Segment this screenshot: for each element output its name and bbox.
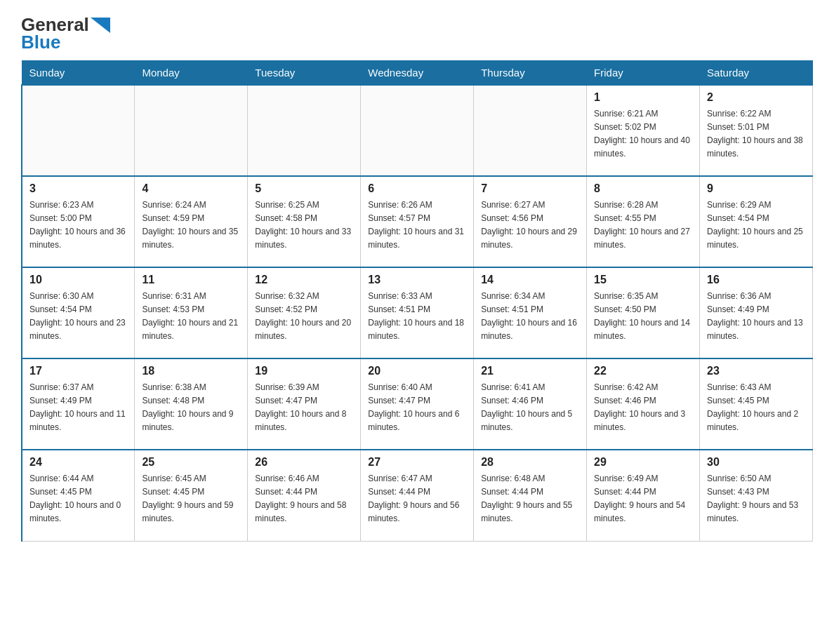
day-info: Sunrise: 6:21 AM Sunset: 5:02 PM Dayligh… xyxy=(594,109,690,159)
logo-triangle-icon xyxy=(91,18,110,33)
day-cell: 16Sunrise: 6:36 AM Sunset: 4:49 PM Dayli… xyxy=(700,267,813,358)
day-info: Sunrise: 6:48 AM Sunset: 4:44 PM Dayligh… xyxy=(481,474,572,523)
day-info: Sunrise: 6:32 AM Sunset: 4:52 PM Dayligh… xyxy=(255,291,351,341)
calendar-table: SundayMondayTuesdayWednesdayThursdayFrid… xyxy=(21,60,813,542)
day-number: 25 xyxy=(142,456,240,469)
day-cell: 18Sunrise: 6:38 AM Sunset: 4:48 PM Dayli… xyxy=(135,358,248,450)
day-number: 2 xyxy=(707,91,805,104)
day-cell xyxy=(248,85,361,176)
day-info: Sunrise: 6:33 AM Sunset: 4:51 PM Dayligh… xyxy=(368,291,464,341)
day-cell: 26Sunrise: 6:46 AM Sunset: 4:44 PM Dayli… xyxy=(248,450,361,541)
day-info: Sunrise: 6:23 AM Sunset: 5:00 PM Dayligh… xyxy=(29,200,126,250)
day-cell: 11Sunrise: 6:31 AM Sunset: 4:53 PM Dayli… xyxy=(135,267,248,358)
day-info: Sunrise: 6:26 AM Sunset: 4:57 PM Dayligh… xyxy=(368,200,464,250)
day-info: Sunrise: 6:31 AM Sunset: 4:53 PM Dayligh… xyxy=(142,291,238,341)
day-cell xyxy=(361,85,474,176)
week-row-2: 3Sunrise: 6:23 AM Sunset: 5:00 PM Daylig… xyxy=(22,176,813,267)
day-number: 18 xyxy=(142,365,240,377)
day-info: Sunrise: 6:50 AM Sunset: 4:43 PM Dayligh… xyxy=(707,474,798,523)
day-number: 24 xyxy=(29,456,127,469)
day-number: 3 xyxy=(29,182,127,195)
svg-marker-0 xyxy=(91,18,110,33)
day-info: Sunrise: 6:27 AM Sunset: 4:56 PM Dayligh… xyxy=(481,200,577,250)
day-cell: 28Sunrise: 6:48 AM Sunset: 4:44 PM Dayli… xyxy=(474,450,587,541)
day-info: Sunrise: 6:30 AM Sunset: 4:54 PM Dayligh… xyxy=(29,291,126,341)
day-cell: 6Sunrise: 6:26 AM Sunset: 4:57 PM Daylig… xyxy=(361,176,474,267)
day-info: Sunrise: 6:35 AM Sunset: 4:50 PM Dayligh… xyxy=(594,291,690,341)
day-cell: 7Sunrise: 6:27 AM Sunset: 4:56 PM Daylig… xyxy=(474,176,587,267)
day-number: 23 xyxy=(707,365,805,377)
day-number: 22 xyxy=(594,365,692,377)
day-number: 30 xyxy=(707,456,805,469)
day-number: 15 xyxy=(594,274,692,286)
day-cell: 3Sunrise: 6:23 AM Sunset: 5:00 PM Daylig… xyxy=(22,176,135,267)
day-number: 26 xyxy=(255,456,353,469)
day-number: 21 xyxy=(481,365,579,377)
day-cell xyxy=(135,85,248,176)
day-cell: 4Sunrise: 6:24 AM Sunset: 4:59 PM Daylig… xyxy=(135,176,248,267)
header-tuesday: Tuesday xyxy=(248,61,361,86)
day-info: Sunrise: 6:47 AM Sunset: 4:44 PM Dayligh… xyxy=(368,474,459,523)
day-number: 8 xyxy=(594,182,692,195)
day-info: Sunrise: 6:49 AM Sunset: 4:44 PM Dayligh… xyxy=(594,474,685,523)
day-number: 11 xyxy=(142,274,240,286)
week-row-4: 17Sunrise: 6:37 AM Sunset: 4:49 PM Dayli… xyxy=(22,358,813,450)
logo-text: General Blue xyxy=(21,14,110,53)
day-info: Sunrise: 6:44 AM Sunset: 4:45 PM Dayligh… xyxy=(29,474,121,523)
day-info: Sunrise: 6:29 AM Sunset: 4:54 PM Dayligh… xyxy=(707,200,803,250)
day-number: 17 xyxy=(29,365,127,377)
day-cell: 30Sunrise: 6:50 AM Sunset: 4:43 PM Dayli… xyxy=(700,450,813,541)
day-info: Sunrise: 6:25 AM Sunset: 4:58 PM Dayligh… xyxy=(255,200,351,250)
day-info: Sunrise: 6:41 AM Sunset: 4:46 PM Dayligh… xyxy=(481,382,572,432)
day-info: Sunrise: 6:42 AM Sunset: 4:46 PM Dayligh… xyxy=(594,382,685,432)
day-info: Sunrise: 6:46 AM Sunset: 4:44 PM Dayligh… xyxy=(255,474,346,523)
day-info: Sunrise: 6:45 AM Sunset: 4:45 PM Dayligh… xyxy=(142,474,233,523)
logo-blue: Blue xyxy=(21,32,60,53)
day-info: Sunrise: 6:39 AM Sunset: 4:47 PM Dayligh… xyxy=(255,382,346,432)
day-number: 4 xyxy=(142,182,240,195)
day-info: Sunrise: 6:43 AM Sunset: 4:45 PM Dayligh… xyxy=(707,382,798,432)
day-number: 9 xyxy=(707,182,805,195)
day-cell: 10Sunrise: 6:30 AM Sunset: 4:54 PM Dayli… xyxy=(22,267,135,358)
day-cell: 29Sunrise: 6:49 AM Sunset: 4:44 PM Dayli… xyxy=(587,450,700,541)
day-info: Sunrise: 6:28 AM Sunset: 4:55 PM Dayligh… xyxy=(594,200,690,250)
day-info: Sunrise: 6:36 AM Sunset: 4:49 PM Dayligh… xyxy=(707,291,803,341)
day-cell: 13Sunrise: 6:33 AM Sunset: 4:51 PM Dayli… xyxy=(361,267,474,358)
day-number: 12 xyxy=(255,274,353,286)
day-cell: 27Sunrise: 6:47 AM Sunset: 4:44 PM Dayli… xyxy=(361,450,474,541)
day-cell: 12Sunrise: 6:32 AM Sunset: 4:52 PM Dayli… xyxy=(248,267,361,358)
header-monday: Monday xyxy=(135,61,248,86)
calendar-header-row: SundayMondayTuesdayWednesdayThursdayFrid… xyxy=(22,61,813,86)
day-cell: 9Sunrise: 6:29 AM Sunset: 4:54 PM Daylig… xyxy=(700,176,813,267)
day-cell: 5Sunrise: 6:25 AM Sunset: 4:58 PM Daylig… xyxy=(248,176,361,267)
logo: General Blue xyxy=(21,14,110,53)
header-saturday: Saturday xyxy=(700,61,813,86)
day-cell: 8Sunrise: 6:28 AM Sunset: 4:55 PM Daylig… xyxy=(587,176,700,267)
header-thursday: Thursday xyxy=(474,61,587,86)
day-number: 14 xyxy=(481,274,579,286)
day-cell: 25Sunrise: 6:45 AM Sunset: 4:45 PM Dayli… xyxy=(135,450,248,541)
day-number: 20 xyxy=(368,365,466,377)
header-wednesday: Wednesday xyxy=(361,61,474,86)
day-number: 6 xyxy=(368,182,466,195)
day-cell: 19Sunrise: 6:39 AM Sunset: 4:47 PM Dayli… xyxy=(248,358,361,450)
day-number: 19 xyxy=(255,365,353,377)
day-cell: 14Sunrise: 6:34 AM Sunset: 4:51 PM Dayli… xyxy=(474,267,587,358)
day-cell: 22Sunrise: 6:42 AM Sunset: 4:46 PM Dayli… xyxy=(587,358,700,450)
day-info: Sunrise: 6:34 AM Sunset: 4:51 PM Dayligh… xyxy=(481,291,577,341)
day-cell: 20Sunrise: 6:40 AM Sunset: 4:47 PM Dayli… xyxy=(361,358,474,450)
day-info: Sunrise: 6:37 AM Sunset: 4:49 PM Dayligh… xyxy=(29,382,126,432)
day-info: Sunrise: 6:24 AM Sunset: 4:59 PM Dayligh… xyxy=(142,200,238,250)
header-sunday: Sunday xyxy=(22,61,135,86)
week-row-1: 1Sunrise: 6:21 AM Sunset: 5:02 PM Daylig… xyxy=(22,85,813,176)
day-number: 10 xyxy=(29,274,127,286)
week-row-5: 24Sunrise: 6:44 AM Sunset: 4:45 PM Dayli… xyxy=(22,450,813,541)
page-header: General Blue xyxy=(21,14,813,53)
header-friday: Friday xyxy=(587,61,700,86)
day-number: 29 xyxy=(594,456,692,469)
day-number: 16 xyxy=(707,274,805,286)
day-number: 27 xyxy=(368,456,466,469)
day-number: 28 xyxy=(481,456,579,469)
day-number: 1 xyxy=(594,91,692,104)
day-number: 5 xyxy=(255,182,353,195)
